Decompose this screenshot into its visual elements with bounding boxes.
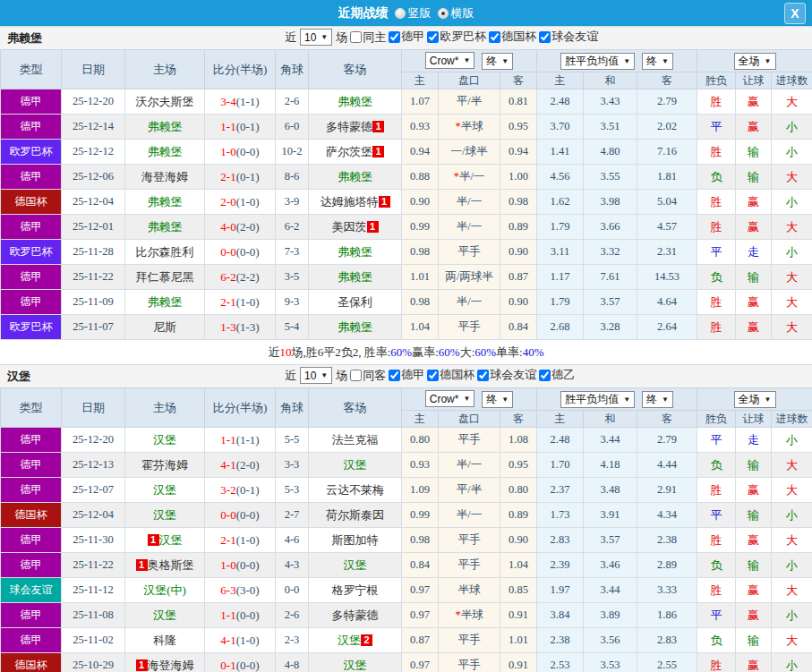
avg-odds-select[interactable]: 胜平负均值 ▼ <box>560 53 635 70</box>
goals-result: 小 <box>772 503 812 528</box>
recent-count-select[interactable]: 10 ▼ <box>300 29 332 46</box>
match-filter: 近 10 ▼ 场 同客 德甲德国杯球会友谊德乙 <box>285 367 575 385</box>
away-team: 萨尔茨堡1 <box>309 140 402 165</box>
scope-select-value: 全场 <box>739 54 760 69</box>
chevron-down-icon: ▼ <box>623 396 630 404</box>
recent-count-value: 10 <box>304 31 316 44</box>
col-header-goals: 进球数 <box>772 72 812 89</box>
close-button[interactable]: X <box>784 3 806 24</box>
league-label: 德甲 <box>401 367 424 383</box>
match-result: 平 <box>697 603 736 628</box>
league-checkbox-input[interactable] <box>477 370 489 381</box>
chevron-down-icon: ▼ <box>765 57 772 65</box>
scope-select[interactable]: 全场 ▼ <box>734 391 776 408</box>
league-checkbox-input[interactable] <box>427 370 439 381</box>
league-checkbox[interactable]: 德国杯 <box>427 367 474 383</box>
scope-select-value: 全场 <box>739 392 760 407</box>
radio-vertical[interactable]: 竖版 <box>395 5 432 21</box>
full-time-score: 4-1 <box>220 634 235 647</box>
scope-select[interactable]: 全场 ▼ <box>734 53 776 70</box>
away-team-name: 美因茨 <box>332 220 367 234</box>
league-label: 德甲 <box>401 29 424 45</box>
away-team-name: 汉堡 <box>344 558 367 572</box>
league-checkbox[interactable]: 球会友谊 <box>539 29 598 45</box>
league-label: 德国杯 <box>440 367 474 383</box>
match-type-badge: 德甲 <box>1 428 62 453</box>
home-team-name: 汉堡(中) <box>143 583 186 597</box>
col-header-corner: 角球 <box>276 388 309 428</box>
avg-draw-odds: 3.53 <box>584 653 637 672</box>
half-time-score: (0-0) <box>236 245 260 259</box>
bookmaker-select[interactable]: Crow* ▼ <box>425 52 475 69</box>
home-team: 弗赖堡 <box>125 290 205 315</box>
league-checkbox-input[interactable] <box>539 31 551 43</box>
half-time-score: (0-0) <box>236 558 260 572</box>
match-date: 25-11-22 <box>62 553 125 578</box>
final-avg-select[interactable]: 终 ▼ <box>642 53 673 70</box>
same-venue-checkbox[interactable]: 同客 <box>350 368 386 384</box>
league-checkbox[interactable]: 德甲 <box>389 29 424 45</box>
league-checkbox[interactable]: 球会友谊 <box>477 367 536 383</box>
home-team: 尼斯 <box>125 315 205 340</box>
league-checkbox[interactable]: 欧罗巴杯 <box>427 29 486 45</box>
same-venue-checkbox-input[interactable] <box>350 31 362 43</box>
home-team: 弗赖堡 <box>125 215 205 240</box>
section-header: 弗赖堡 近 10 ▼ 场 同主 德甲欧罗巴杯德国杯球会友谊 <box>0 26 812 49</box>
away-team: 弗赖堡 <box>309 265 402 290</box>
crow-home-odds: 0.97 <box>402 603 439 628</box>
chevron-down-icon: ▼ <box>321 371 328 379</box>
radio-horizontal[interactable]: 横版 <box>438 5 474 21</box>
col-header-corner: 角球 <box>276 50 309 89</box>
crow-away-odds: 0.90 <box>500 528 537 553</box>
bookmaker-select[interactable]: Crow* ▼ <box>425 390 475 407</box>
crow-away-odds: 0.80 <box>500 478 537 503</box>
summary-part: 单率: <box>496 345 523 361</box>
avg-home-odds: 2.53 <box>537 653 584 672</box>
handicap-text: 半/一 <box>457 508 482 521</box>
match-result: 胜 <box>697 215 736 240</box>
match-date: 25-11-30 <box>62 528 125 553</box>
league-checkbox[interactable]: 德国杯 <box>489 29 536 45</box>
avg-home-odds: 1.73 <box>537 503 584 528</box>
league-checkbox-input[interactable] <box>389 370 400 381</box>
full-time-score: 0-0 <box>220 245 235 259</box>
away-team: 云达不莱梅 <box>309 478 402 503</box>
full-time-score: 0-0 <box>220 508 235 522</box>
avg-home-odds: 3.84 <box>537 603 584 628</box>
away-team: 美因茨1 <box>309 215 402 240</box>
home-team-name: 汉堡 <box>153 433 176 447</box>
away-team: 多特蒙德 <box>309 603 402 628</box>
same-venue-checkbox-input[interactable] <box>350 370 362 381</box>
league-checkbox[interactable]: 德乙 <box>539 367 575 383</box>
away-team-name: 汉堡 <box>344 458 367 472</box>
recent-count-select[interactable]: 10 ▼ <box>300 367 332 384</box>
same-venue-checkbox[interactable]: 同主 <box>350 30 386 46</box>
handicap-text: 平手 <box>458 245 481 258</box>
crow-away-odds: 0.85 <box>500 578 537 603</box>
avg-odds-select[interactable]: 胜平负均值 ▼ <box>560 391 635 408</box>
half-time-score: (0-0) <box>236 659 260 672</box>
chevron-down-icon: ▼ <box>463 395 470 403</box>
home-team-name: 科隆 <box>153 634 176 647</box>
crow-away-odds: 0.81 <box>500 89 537 115</box>
league-checkbox-input[interactable] <box>427 31 439 43</box>
match-result: 平 <box>697 115 736 140</box>
col-header-avg-draw: 和 <box>584 72 637 89</box>
final-odds-select[interactable]: 终 ▼ <box>482 391 513 408</box>
final-odds-select[interactable]: 终 ▼ <box>482 53 513 70</box>
match-score: 4-1(2-0) <box>205 453 276 478</box>
league-checkbox-input[interactable] <box>389 31 400 43</box>
league-checkbox-input[interactable] <box>539 370 551 381</box>
final-avg-select[interactable]: 终 ▼ <box>642 391 673 408</box>
crow-home-odds: 0.93 <box>402 453 439 478</box>
league-checkbox[interactable]: 德甲 <box>389 367 424 383</box>
match-row: 欧罗巴杯25-12-12弗赖堡1-0(0-0)10-2萨尔茨堡10.94一/球半… <box>1 140 812 165</box>
col-header-crow-away: 客 <box>500 411 537 428</box>
match-result: 负 <box>697 628 736 653</box>
full-time-score: 1-1 <box>220 608 235 622</box>
match-result: 平 <box>697 428 736 453</box>
crow-select-cell: Crow* ▼ 终 ▼ <box>402 388 537 411</box>
match-row: 德国杯25-12-04汉堡0-0(0-0)2-7荷尔斯泰因0.99半/一0.89… <box>1 503 812 528</box>
crow-away-odds: 0.90 <box>500 290 537 315</box>
league-checkbox-input[interactable] <box>489 31 500 43</box>
